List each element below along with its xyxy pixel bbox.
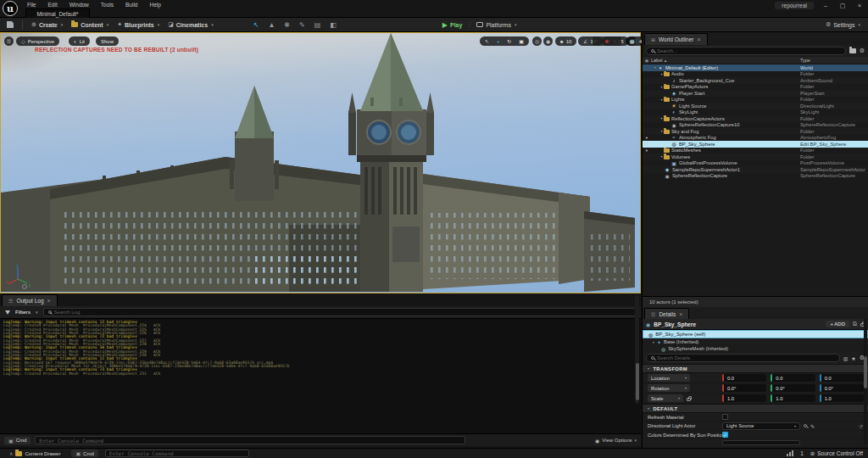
- favorites-star-icon[interactable]: ★: [851, 355, 855, 361]
- type-column-header[interactable]: Type: [800, 58, 868, 63]
- outliner-row[interactable]: Starter_Background_Cue AmbientSound: [643, 77, 868, 84]
- maximize-viewport-toggle[interactable]: ▦: [627, 36, 637, 46]
- menu-window[interactable]: Window: [64, 1, 94, 8]
- row-visibility-toggle[interactable]: ▾: [643, 148, 651, 153]
- outliner-row[interactable]: SphereReflectionCapture SphereReflection…: [643, 173, 868, 180]
- colors-by-sun-checkbox[interactable]: ✓: [722, 432, 728, 438]
- statusbar-console-input[interactable]: [105, 450, 249, 457]
- scale-dropdown[interactable]: Scale▾: [648, 394, 683, 402]
- menu-file[interactable]: File: [22, 1, 41, 8]
- location-z-field[interactable]: 0.0: [820, 374, 864, 382]
- menu-tools[interactable]: Tools: [96, 1, 119, 8]
- refresh-material-checkbox[interactable]: [722, 414, 728, 420]
- settings-button[interactable]: ⚙Settings: [821, 20, 865, 30]
- menu-build[interactable]: Build: [120, 1, 142, 8]
- outliner-search-input[interactable]: [657, 48, 841, 53]
- row-visibility-toggle[interactable]: ◉: [643, 142, 651, 146]
- perspective-button[interactable]: ◇ Perspective: [16, 36, 59, 46]
- rotation-dropdown[interactable]: Rotation▾: [648, 384, 690, 392]
- visibility-column-icon[interactable]: ◉: [643, 58, 651, 63]
- grid-snap-control[interactable]: ■ 10: [555, 36, 576, 46]
- lit-mode-button[interactable]: ◐ Lit: [69, 36, 90, 46]
- statusbar-cmd-button[interactable]: ▣ Cmd: [71, 450, 97, 457]
- component-self-row[interactable]: ◍ BP_Sky_Sphere (self): [643, 330, 868, 338]
- details-tab[interactable]: ☲ Details ×: [644, 308, 689, 319]
- transform-section-header[interactable]: ▾ TRANSFORM: [643, 364, 868, 373]
- log-search-box[interactable]: [43, 308, 636, 316]
- save-button[interactable]: [3, 20, 18, 30]
- view-options-button[interactable]: ◉ View Options ▾: [595, 438, 637, 444]
- browse-search-icon[interactable]: [804, 424, 807, 427]
- outliner-row[interactable]: Light Source DirectionalLight: [643, 103, 868, 109]
- row-visibility-toggle[interactable]: ▾: [643, 136, 651, 140]
- level-viewport[interactable]: ☰ ◇ Perspective ◐ Lit Show REFLECTION CA…: [0, 32, 641, 293]
- details-search-box[interactable]: [646, 354, 840, 362]
- select-tool-icon[interactable]: ↖: [485, 38, 489, 44]
- outliner-row[interactable]: ▾ Audio Folder: [643, 71, 868, 78]
- create-folder-icon[interactable]: [849, 48, 856, 53]
- landscape-mode-icon[interactable]: ▲: [268, 21, 275, 29]
- scale-z-field[interactable]: 1.0: [820, 394, 864, 402]
- rotation-z-field[interactable]: 0.0°: [820, 384, 864, 392]
- outliner-row[interactable]: SampleRepoSupermeshActor1 SampleRepoSupe…: [643, 166, 868, 173]
- log-scrollbar[interactable]: [635, 295, 639, 404]
- cmd-selector-button[interactable]: ▣ Cmd: [4, 437, 31, 444]
- close-tab-icon[interactable]: ×: [679, 311, 682, 317]
- outliner-row[interactable]: SphereReflectionCapture10 SphereReflecti…: [643, 122, 868, 129]
- select-mode-icon[interactable]: ↖: [253, 21, 259, 29]
- details-scrollbar[interactable]: [864, 319, 867, 444]
- outliner-search-box[interactable]: [646, 47, 846, 55]
- outliner-row[interactable]: ▾ Lights Folder: [643, 97, 868, 103]
- log-search-input[interactable]: [54, 310, 631, 315]
- output-activity-icon[interactable]: [787, 450, 793, 456]
- menu-help[interactable]: Help: [144, 1, 165, 8]
- component-base-row[interactable]: ▾ ✦ Base (Inherited): [643, 338, 868, 345]
- directional-light-dropdown[interactable]: Light Source▾: [722, 422, 800, 430]
- scale-lock-icon[interactable]: [687, 398, 691, 401]
- close-button[interactable]: ×: [853, 1, 866, 10]
- cinematics-button[interactable]: ◪Cinematics: [164, 20, 218, 30]
- source-control-button[interactable]: ⊘ Source Control Off: [810, 450, 863, 457]
- scale-tool-icon[interactable]: ▣: [519, 38, 524, 44]
- edit-pencil-icon[interactable]: ✎: [810, 423, 815, 429]
- outliner-row[interactable]: ▾ Minimal_Default (Editor) World: [643, 64, 868, 71]
- outliner-row[interactable]: ▾ StaticMeshes Folder: [643, 148, 868, 154]
- outliner-row[interactable]: GlobalPostProcessVolume PostProcessVolum…: [643, 160, 868, 167]
- create-button[interactable]: ⊕Create: [27, 20, 67, 30]
- outliner-row[interactable]: Player Start PlayerStart: [643, 90, 868, 97]
- rotation-y-field[interactable]: 0.0°: [771, 384, 815, 392]
- component-mesh-row[interactable]: ◍ SkySphereMesh (Inherited): [643, 345, 868, 352]
- outliner-row[interactable]: ▾ GamePlayActors Folder: [643, 84, 868, 91]
- label-column-header[interactable]: Label ▲: [651, 58, 800, 63]
- platforms-button[interactable]: Platforms: [472, 20, 520, 30]
- outliner-row[interactable]: ▾ Volumes Folder: [643, 154, 868, 160]
- outliner-row[interactable]: ▾ ReflectionCaptureActors Folder: [643, 115, 868, 122]
- outliner-row[interactable]: SkyLight SkyLight: [643, 109, 868, 116]
- world-outliner-tab[interactable]: ⊞ World Outliner ×: [644, 33, 708, 45]
- add-component-button[interactable]: + ADD: [826, 321, 849, 327]
- surface-snap-toggle[interactable]: ◉: [543, 36, 553, 46]
- viewport-options-menu[interactable]: ☰: [4, 36, 14, 46]
- play-button[interactable]: ▶ Play: [438, 20, 467, 31]
- content-drawer-button[interactable]: ∧ Content Drawer: [5, 450, 64, 457]
- minimize-button[interactable]: –: [819, 1, 832, 10]
- unreal-logo-icon[interactable]: u: [3, 1, 18, 16]
- outliner-row[interactable]: ◉ BP_Sky_Sphere Edit BP_Sky_Sphere: [643, 141, 868, 148]
- filters-button[interactable]: Filters: [15, 310, 31, 315]
- output-log-tab[interactable]: ☰ Output Log ×: [2, 294, 58, 306]
- move-tool-icon[interactable]: +: [497, 39, 500, 44]
- open-blueprint-icon[interactable]: ⧉: [853, 321, 857, 327]
- reset-to-default-icon[interactable]: ↺: [859, 423, 863, 429]
- expand-chevron-icon[interactable]: ▾: [653, 340, 654, 344]
- menu-edit[interactable]: Edit: [42, 1, 62, 8]
- stop-preview-pill[interactable]: [593, 36, 621, 46]
- maximize-button[interactable]: ▢: [836, 1, 849, 10]
- brush-edit-mode-icon[interactable]: ✎: [299, 21, 305, 29]
- blueprints-button[interactable]: ✦Blueprints: [113, 20, 164, 30]
- log-lines-area[interactable]: LogTemp: Warning: Input trimesh contains…: [0, 319, 641, 433]
- rotation-x-field[interactable]: 0.0°: [722, 384, 766, 392]
- outliner-row[interactable]: ▾ Atmospheric Fog AtmosphericFog: [643, 135, 868, 142]
- scale-y-field[interactable]: 1.0: [771, 394, 815, 402]
- mesh-paint-mode-icon[interactable]: ▤: [314, 21, 321, 29]
- location-x-field[interactable]: 0.0: [722, 374, 766, 382]
